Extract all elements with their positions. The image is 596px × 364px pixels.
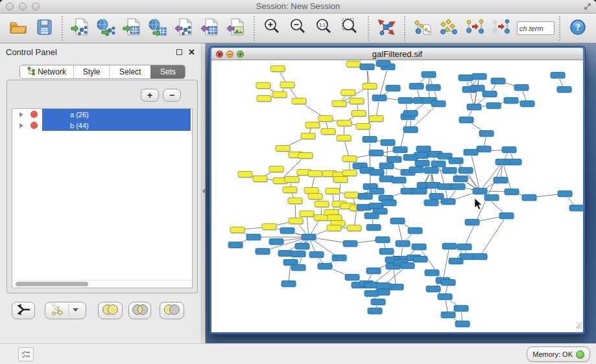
graph-node[interactable] xyxy=(459,168,473,174)
graph-node[interactable] xyxy=(438,294,452,300)
disclosure-triangle-icon[interactable] xyxy=(19,112,23,117)
graph-node-selected[interactable] xyxy=(272,92,287,98)
task-history-button[interactable] xyxy=(18,347,34,361)
graph-node[interactable] xyxy=(256,249,270,255)
network-maximize-button[interactable]: + xyxy=(237,51,244,58)
graph-node[interactable] xyxy=(431,101,446,107)
graph-node[interactable] xyxy=(345,275,359,280)
tab-network[interactable]: Network xyxy=(20,65,73,78)
horizontal-scrollbar[interactable] xyxy=(13,280,191,287)
zoom-in-button[interactable] xyxy=(261,16,284,41)
graph-node-selected[interactable] xyxy=(342,170,357,176)
graph-node[interactable] xyxy=(332,255,346,261)
graph-node-selected[interactable] xyxy=(301,133,315,139)
graph-node[interactable] xyxy=(484,195,499,201)
graph-node[interactable] xyxy=(408,228,422,234)
graph-node[interactable] xyxy=(442,244,457,249)
export-network-button[interactable] xyxy=(173,16,196,41)
graph-node[interactable] xyxy=(486,103,501,109)
graph-node[interactable] xyxy=(495,159,510,165)
graph-node[interactable] xyxy=(557,87,571,93)
create-set-from-selection-button[interactable] xyxy=(45,302,86,319)
graph-node-selected[interactable] xyxy=(341,90,355,96)
graph-node[interactable] xyxy=(467,104,481,110)
remove-set-button[interactable]: − xyxy=(163,89,181,102)
close-button[interactable] xyxy=(6,3,14,10)
graph-node[interactable] xyxy=(449,158,463,164)
graph-node[interactable] xyxy=(473,254,487,260)
graph-node[interactable] xyxy=(465,220,479,225)
graph-node[interactable] xyxy=(551,73,565,78)
graph-node[interactable] xyxy=(400,263,414,269)
graph-node[interactable] xyxy=(504,98,518,104)
graph-node[interactable] xyxy=(291,265,305,271)
graph-node[interactable] xyxy=(477,146,491,152)
difference-sets-button[interactable] xyxy=(160,302,184,319)
float-panel-icon[interactable] xyxy=(176,49,182,55)
graph-node[interactable] xyxy=(375,237,390,243)
graph-node-selected[interactable] xyxy=(256,83,270,89)
collapse-arrow-icon[interactable] xyxy=(202,188,205,194)
graph-node-selected[interactable] xyxy=(327,225,341,231)
network-canvas[interactable] xyxy=(211,60,583,332)
graph-node[interactable] xyxy=(441,280,455,286)
add-set-button[interactable]: + xyxy=(141,89,159,102)
graph-node[interactable] xyxy=(422,72,436,78)
graph-node[interactable] xyxy=(370,170,384,176)
graph-node[interactable] xyxy=(398,98,412,104)
graph-node-selected[interactable] xyxy=(356,124,370,130)
scrollbar-thumb[interactable] xyxy=(16,282,88,286)
graph-node-selected[interactable] xyxy=(257,96,271,102)
network-graph[interactable] xyxy=(211,60,583,332)
graph-node[interactable] xyxy=(459,117,473,123)
graph-node[interactable] xyxy=(502,147,516,153)
help-button[interactable]: ? xyxy=(566,16,590,41)
import-network-from-file-button[interactable] xyxy=(69,16,92,41)
graph-node-selected[interactable] xyxy=(363,84,377,89)
graph-node[interactable] xyxy=(371,299,385,305)
graph-node[interactable] xyxy=(453,176,468,182)
graph-node[interactable] xyxy=(464,150,478,155)
close-panel-icon[interactable]: ✕ xyxy=(188,49,195,56)
graph-node[interactable] xyxy=(364,213,379,219)
disclosure-triangle-icon[interactable] xyxy=(19,123,23,128)
graph-node-selected[interactable] xyxy=(346,62,361,67)
network-close-button[interactable]: ✕ xyxy=(216,51,223,58)
hide-selected-nodes-button[interactable] xyxy=(489,16,512,41)
graph-node-selected[interactable] xyxy=(315,201,329,207)
graph-node[interactable] xyxy=(442,168,457,174)
graph-node-selected[interactable] xyxy=(350,98,364,104)
graph-node-selected[interactable] xyxy=(280,82,294,88)
graph-node[interactable] xyxy=(413,256,427,262)
new-network-from-selection-button[interactable] xyxy=(411,16,435,41)
graph-node[interactable] xyxy=(366,268,381,274)
graph-node[interactable] xyxy=(269,239,283,245)
graph-node-selected[interactable] xyxy=(318,116,333,122)
graph-node[interactable] xyxy=(393,147,407,153)
graph-node[interactable] xyxy=(499,213,514,219)
graph-node[interactable] xyxy=(370,188,384,194)
zoom-fit-selected-button[interactable] xyxy=(339,16,362,41)
fullscreen-icon[interactable] xyxy=(583,2,592,14)
graph-node[interactable] xyxy=(520,101,534,107)
graph-node[interactable] xyxy=(424,200,438,206)
graph-node[interactable] xyxy=(426,85,440,91)
graph-node[interactable] xyxy=(228,242,243,248)
graph-node[interactable] xyxy=(494,177,508,183)
graph-node[interactable] xyxy=(491,78,505,84)
graph-node[interactable] xyxy=(569,205,583,211)
graph-node[interactable] xyxy=(424,168,438,174)
panel-splitter[interactable] xyxy=(201,43,206,343)
graph-node-selected[interactable] xyxy=(262,224,276,230)
zoom-actual-size-button[interactable]: 1:1 xyxy=(313,16,336,41)
apply-layout-button[interactable] xyxy=(375,16,398,41)
graph-node[interactable] xyxy=(396,241,410,247)
graph-node-selected[interactable] xyxy=(337,135,351,141)
graph-node-selected[interactable] xyxy=(238,172,252,177)
set-list-item[interactable]: b (44) xyxy=(12,120,192,131)
graph-node[interactable] xyxy=(343,241,357,247)
graph-node-selected[interactable] xyxy=(321,129,335,135)
graph-node[interactable] xyxy=(409,84,423,89)
network-window-titlebar[interactable]: ✕ − + galFiltered.sif xyxy=(211,48,583,60)
graph-node-selected[interactable] xyxy=(300,211,314,217)
